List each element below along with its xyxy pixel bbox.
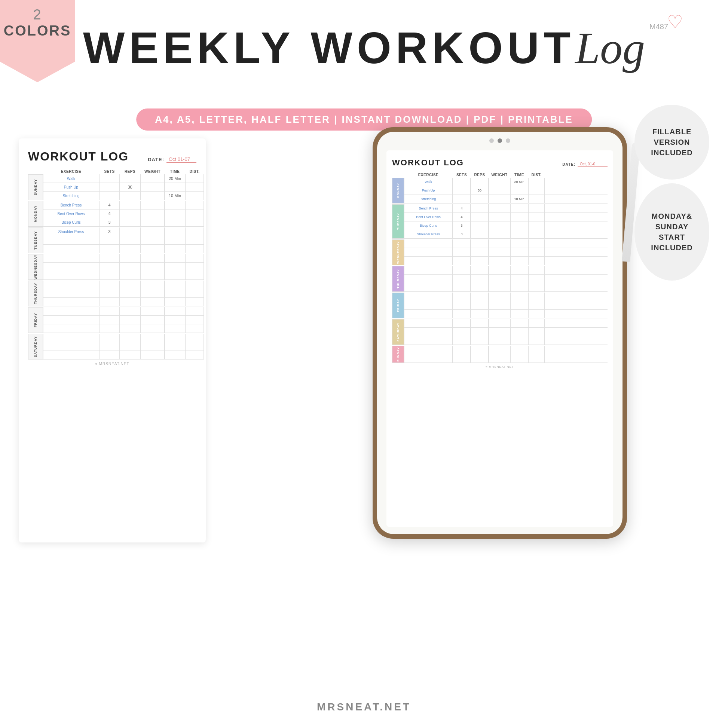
main-title: WEEKLY WORKOUT xyxy=(83,24,575,73)
table-row xyxy=(404,257,607,265)
dist-cell xyxy=(528,178,545,186)
left-table-header: EXERCISE SETS REPS WEIGHT TIME DIST. xyxy=(28,170,196,174)
table-row xyxy=(43,254,204,263)
weight-cell xyxy=(489,230,510,238)
monday-badge: MONDAY&SUNDAYSTARTINCLUDED xyxy=(635,183,709,281)
table-row: Stretching 10 Min xyxy=(43,191,204,200)
dist-cell xyxy=(185,245,204,253)
sets-cell: 4 xyxy=(453,213,471,221)
reps-cell xyxy=(471,195,489,203)
dist-cell xyxy=(185,210,204,218)
fillable-badge: FILLABLEVERSIONINCLUDED xyxy=(635,105,709,180)
wednesday-rows xyxy=(43,254,204,280)
reps-cell xyxy=(120,201,140,209)
t-day-label-thursday: THURSDAY xyxy=(392,266,404,292)
dist-cell xyxy=(185,228,204,236)
time-cell xyxy=(165,245,185,253)
day-tuesday: TUESDAY Shoulder Press 3 xyxy=(28,228,196,253)
time-cell xyxy=(510,213,528,221)
table-row xyxy=(404,248,607,257)
t-saturday-rows xyxy=(404,319,607,345)
t-col-weight: WEIGHT xyxy=(489,173,510,177)
exercise-name: Bench Press xyxy=(43,201,99,209)
t-day-label-friday: FRIDAY xyxy=(392,292,404,318)
col-sets: SETS xyxy=(99,170,120,174)
reps-cell xyxy=(120,245,140,253)
weight-cell xyxy=(489,195,510,203)
dist-cell xyxy=(185,174,204,182)
title-cursive: Log xyxy=(575,23,645,74)
table-row xyxy=(43,281,204,289)
t-sunday-rows xyxy=(404,346,607,363)
reps-cell xyxy=(120,210,140,218)
table-row xyxy=(43,351,204,359)
table-row xyxy=(404,336,607,345)
weight-cell xyxy=(489,178,510,186)
table-row xyxy=(404,328,607,336)
dist-cell xyxy=(528,213,545,221)
table-row xyxy=(43,263,204,271)
exercise-name: Stretching xyxy=(404,195,453,203)
table-row xyxy=(404,292,607,301)
exercise-name: Walk xyxy=(404,178,453,186)
t-col-time: TIME xyxy=(510,173,528,177)
table-row xyxy=(43,289,204,298)
t-day-tuesday: TUESDAY Bench Press 4 Bent Over Rows 4 xyxy=(392,204,607,239)
thursday-rows xyxy=(43,281,204,306)
table-row xyxy=(43,324,204,333)
weight-cell xyxy=(140,174,165,182)
table-row xyxy=(43,298,204,306)
dist-cell xyxy=(185,191,204,200)
dist-cell xyxy=(528,230,545,238)
header-area: WEEKLY WORKOUT Log xyxy=(0,23,728,74)
sets-cell: 4 xyxy=(99,201,120,209)
t-wednesday-rows xyxy=(404,239,607,265)
t-day-label-saturday: SATURDAY xyxy=(392,319,404,345)
tablet-footer-brand: ≈ MRSNEAT.NET xyxy=(392,365,607,369)
time-cell xyxy=(510,222,528,230)
sets-cell xyxy=(453,186,471,194)
exercise-name: Stretching xyxy=(43,191,99,200)
table-row xyxy=(43,307,204,316)
tablet-date-label: DATE: xyxy=(562,162,575,167)
left-footer-brand: ≈ MRSNEAT.NET xyxy=(28,362,196,366)
t-day-monday: MONDAY Walk 20 Min Push Up 30 xyxy=(392,178,607,203)
dist-cell xyxy=(185,218,204,226)
exercise-name: Walk xyxy=(43,174,99,182)
col-dist: DIST. xyxy=(185,170,204,174)
exercise-name: Shoulder Press xyxy=(404,230,453,238)
table-row: Walk 20 Min xyxy=(43,174,204,183)
t-day-friday: FRIDAY xyxy=(392,292,607,318)
table-row: Bench Press 4 xyxy=(43,201,204,210)
reps-cell xyxy=(120,228,140,236)
dist-cell xyxy=(185,201,204,209)
table-row xyxy=(43,271,204,280)
table-row xyxy=(404,310,607,318)
time-cell: 20 Min xyxy=(510,178,528,186)
tablet: WORKOUT LOG DATE: Oct, 01-0 EXERCISE SET… xyxy=(373,127,627,539)
sets-cell: 3 xyxy=(99,228,120,236)
t-tuesday-rows: Bench Press 4 Bent Over Rows 4 xyxy=(404,204,607,239)
table-row xyxy=(43,316,204,324)
day-label-monday: MONDAY xyxy=(28,201,43,227)
day-label-sunday: SUNDAY xyxy=(28,174,43,200)
weight-cell xyxy=(140,183,165,191)
bottom-brand: MRSNEAT.NET xyxy=(317,701,411,713)
left-date-label: DATE: xyxy=(148,157,164,162)
camera-dot xyxy=(489,138,494,143)
reps-cell xyxy=(471,213,489,221)
table-row: Bent Over Rows 4 xyxy=(43,210,204,218)
table-row xyxy=(404,301,607,310)
time-cell xyxy=(165,236,185,244)
table-row xyxy=(43,236,204,245)
time-cell xyxy=(510,204,528,213)
day-friday: FRIDAY xyxy=(28,307,196,333)
reps-cell xyxy=(471,204,489,213)
dist-cell xyxy=(528,222,545,230)
col-weight: WEIGHT xyxy=(140,170,165,174)
weight-cell xyxy=(140,201,165,209)
sets-cell: 4 xyxy=(453,204,471,213)
sets-cell: 3 xyxy=(453,222,471,230)
left-sheet-title: WORKOUT LOG xyxy=(28,150,129,164)
t-day-wednesday: WEDNESDAY xyxy=(392,239,607,265)
